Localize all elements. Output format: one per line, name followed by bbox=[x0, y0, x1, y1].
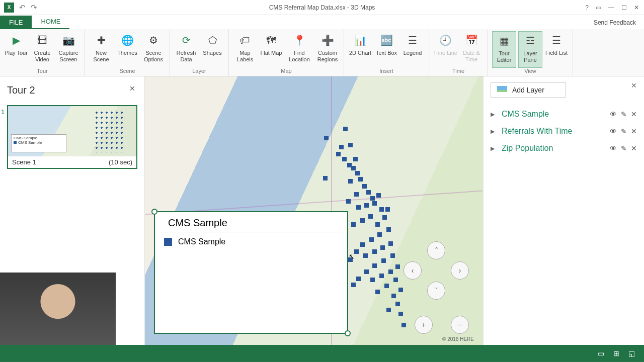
data-point[interactable] bbox=[372, 201, 377, 206]
data-point[interactable] bbox=[354, 192, 359, 197]
close-layer-pane-button[interactable]: ✕ bbox=[631, 81, 637, 89]
status-view1-button[interactable]: ▭ bbox=[598, 349, 604, 357]
data-point[interactable] bbox=[354, 249, 359, 254]
help-button[interactable]: ? bbox=[585, 4, 589, 11]
data-point[interactable] bbox=[377, 232, 382, 237]
map-legend-box[interactable]: CMS Sample CMS Sample bbox=[154, 211, 348, 334]
data-point[interactable] bbox=[398, 312, 403, 316]
create-video-button[interactable]: 🎞Create Video bbox=[30, 31, 54, 68]
data-point[interactable] bbox=[398, 288, 403, 292]
delete-layer-button[interactable]: ✕ bbox=[631, 127, 637, 135]
undo-button[interactable]: ↶ bbox=[19, 3, 26, 12]
data-point[interactable] bbox=[368, 214, 373, 219]
tilt-down-button[interactable]: ˅ bbox=[427, 282, 445, 300]
edit-layer-button[interactable]: ✎ bbox=[621, 127, 627, 135]
data-point[interactable] bbox=[355, 171, 360, 175]
2d-chart-button[interactable]: 📊2D Chart bbox=[348, 31, 372, 68]
scene-options-button[interactable]: ⚙Scene Options bbox=[141, 31, 166, 68]
send-feedback-link[interactable]: Send Feedback bbox=[586, 16, 644, 29]
ribbon-options-button[interactable]: ▭ bbox=[596, 4, 601, 11]
data-point[interactable] bbox=[388, 269, 393, 274]
data-point[interactable] bbox=[395, 302, 400, 306]
data-point[interactable] bbox=[370, 278, 375, 282]
data-point[interactable] bbox=[351, 283, 356, 287]
data-point[interactable] bbox=[363, 253, 368, 258]
toggle-visibility-button[interactable]: 👁 bbox=[610, 127, 617, 135]
data-point[interactable] bbox=[390, 253, 395, 258]
data-point[interactable] bbox=[401, 323, 406, 327]
zoom-in-button[interactable]: + bbox=[415, 316, 433, 334]
data-point[interactable] bbox=[360, 242, 365, 247]
resize-handle-icon[interactable] bbox=[151, 209, 157, 215]
data-point[interactable] bbox=[348, 179, 353, 184]
maximize-button[interactable]: ☐ bbox=[621, 4, 627, 11]
data-point[interactable] bbox=[372, 249, 377, 254]
zoom-out-button[interactable]: − bbox=[451, 316, 469, 334]
delete-layer-button[interactable]: ✕ bbox=[631, 110, 637, 118]
data-point[interactable] bbox=[366, 190, 371, 195]
expand-layer-button[interactable]: ▶ bbox=[491, 128, 495, 135]
layer-name[interactable]: Zip Population bbox=[502, 144, 610, 153]
themes-button[interactable]: 🌐Themes bbox=[115, 31, 139, 68]
layer-name[interactable]: Referrals With Time bbox=[502, 127, 610, 136]
status-view3-button[interactable]: ◱ bbox=[628, 349, 635, 357]
edit-layer-button[interactable]: ✎ bbox=[621, 144, 627, 152]
data-point[interactable] bbox=[324, 136, 329, 140]
shapes-button[interactable]: ⬠Shapes bbox=[200, 31, 224, 68]
legend-button[interactable]: ☰Legend bbox=[400, 31, 425, 68]
toggle-visibility-button[interactable]: 👁 bbox=[610, 110, 617, 118]
data-point[interactable] bbox=[393, 278, 398, 282]
edit-layer-button[interactable]: ✎ bbox=[621, 110, 627, 118]
data-point[interactable] bbox=[384, 284, 389, 288]
map-labels-button[interactable]: 🏷Map Labels bbox=[233, 31, 257, 68]
layer-name[interactable]: CMS Sample bbox=[502, 110, 610, 119]
data-point[interactable] bbox=[360, 218, 365, 223]
data-point[interactable] bbox=[369, 237, 374, 242]
data-point[interactable] bbox=[339, 145, 344, 149]
redo-button[interactable]: ↷ bbox=[31, 3, 37, 12]
data-point[interactable] bbox=[391, 294, 396, 298]
resize-handle-icon[interactable] bbox=[345, 330, 351, 336]
data-point[interactable] bbox=[386, 308, 391, 312]
data-point[interactable] bbox=[351, 222, 356, 227]
data-point[interactable] bbox=[379, 207, 384, 212]
data-point[interactable] bbox=[375, 290, 380, 294]
data-point[interactable] bbox=[395, 264, 400, 269]
data-point[interactable] bbox=[348, 143, 353, 147]
data-point[interactable] bbox=[364, 269, 369, 274]
scene-thumbnail[interactable]: 1 CMS Sample CMS Sample Scene 1 (10 sec) bbox=[7, 105, 137, 169]
expand-layer-button[interactable]: ▶ bbox=[491, 145, 495, 152]
data-point[interactable] bbox=[342, 157, 347, 161]
data-point[interactable] bbox=[370, 196, 375, 201]
data-point[interactable] bbox=[336, 152, 341, 156]
play-tour-button[interactable]: ▶Play Tour bbox=[4, 31, 28, 68]
minimize-button[interactable]: — bbox=[608, 4, 614, 11]
data-point[interactable] bbox=[356, 277, 361, 281]
layer-pane-button[interactable]: ☲Layer Pane bbox=[518, 31, 542, 68]
data-point[interactable] bbox=[375, 222, 380, 227]
rotate-right-button[interactable]: › bbox=[451, 261, 469, 280]
data-point[interactable] bbox=[364, 203, 369, 208]
add-layer-button[interactable]: Add Layer bbox=[491, 82, 566, 98]
data-point[interactable] bbox=[376, 193, 381, 198]
data-point[interactable] bbox=[323, 176, 328, 180]
tab-home[interactable]: HOME bbox=[32, 15, 69, 29]
data-point[interactable] bbox=[388, 241, 393, 246]
data-point[interactable] bbox=[362, 184, 367, 189]
map-canvas[interactable]: CMS Sample CMS Sample ↖ ˄ ‹ › ˅ + − © 20… bbox=[145, 76, 483, 345]
data-point[interactable] bbox=[372, 263, 377, 268]
data-point[interactable] bbox=[343, 127, 348, 131]
find-location-button[interactable]: 📍Find Location bbox=[285, 31, 313, 68]
tilt-up-button[interactable]: ˄ bbox=[427, 241, 445, 259]
data-point[interactable] bbox=[382, 215, 387, 220]
data-point[interactable] bbox=[351, 166, 356, 170]
status-view2-button[interactable]: ⊞ bbox=[613, 349, 619, 357]
text-box-button[interactable]: 🔤Text Box bbox=[374, 31, 398, 68]
field-list-button[interactable]: ☰Field List bbox=[544, 31, 569, 68]
delete-layer-button[interactable]: ✕ bbox=[631, 144, 637, 152]
new-scene-button[interactable]: ✚New Scene bbox=[89, 31, 113, 68]
expand-layer-button[interactable]: ▶ bbox=[491, 111, 495, 118]
refresh-data-button[interactable]: ⟳Refresh Data bbox=[174, 31, 198, 68]
data-point[interactable] bbox=[386, 227, 391, 232]
capture-screen-button[interactable]: 📷Capture Screen bbox=[56, 31, 80, 68]
